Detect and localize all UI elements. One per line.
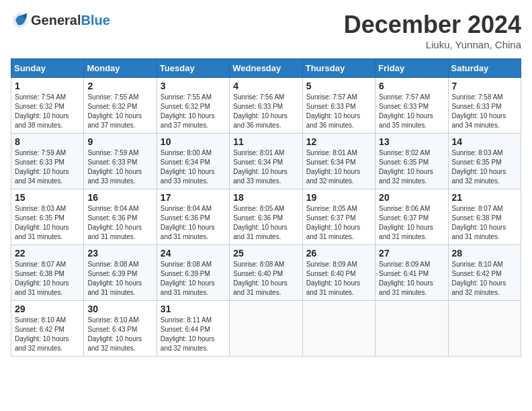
day-info: Sunrise: 8:07 AMSunset: 6:38 PMDaylight:…: [15, 260, 80, 298]
day-info: Sunrise: 8:05 AMSunset: 6:37 PMDaylight:…: [306, 204, 371, 242]
logo-icon: [11, 11, 30, 30]
day-number: 14: [452, 136, 517, 147]
calendar-cell: 11Sunrise: 8:01 AMSunset: 6:34 PMDayligh…: [230, 134, 302, 189]
calendar-cell: 2Sunrise: 7:55 AMSunset: 6:32 PMDaylight…: [84, 78, 157, 134]
day-info: Sunrise: 8:08 AMSunset: 6:39 PMDaylight:…: [87, 260, 152, 298]
day-info: Sunrise: 8:07 AMSunset: 6:38 PMDaylight:…: [452, 204, 517, 242]
day-number: 15: [15, 192, 80, 203]
day-number: 22: [15, 248, 80, 259]
day-number: 23: [87, 248, 152, 259]
calendar-cell: 21Sunrise: 8:07 AMSunset: 6:38 PMDayligh…: [448, 189, 521, 245]
day-number: 26: [306, 248, 371, 259]
day-number: 7: [452, 81, 517, 91]
day-number: 5: [306, 81, 371, 91]
day-info: Sunrise: 8:08 AMSunset: 6:40 PMDaylight:…: [233, 260, 298, 298]
weekday-header-row: SundayMondayTuesdayWednesdayThursdayFrid…: [11, 59, 521, 78]
day-number: 27: [379, 248, 444, 259]
calendar-cell: 30Sunrise: 8:10 AMSunset: 6:43 PMDayligh…: [84, 301, 157, 357]
calendar-cell: [448, 301, 521, 357]
day-number: 20: [379, 192, 444, 203]
day-info: Sunrise: 8:03 AMSunset: 6:35 PMDaylight:…: [15, 204, 80, 242]
calendar-week-row: 29Sunrise: 8:10 AMSunset: 6:42 PMDayligh…: [11, 301, 521, 357]
day-info: Sunrise: 7:54 AMSunset: 6:32 PMDaylight:…: [15, 93, 80, 130]
calendar-cell: 22Sunrise: 8:07 AMSunset: 6:38 PMDayligh…: [11, 245, 84, 301]
calendar-cell: 23Sunrise: 8:08 AMSunset: 6:39 PMDayligh…: [84, 245, 157, 301]
day-info: Sunrise: 7:55 AMSunset: 6:32 PMDaylight:…: [161, 93, 226, 130]
weekday-header: Thursday: [302, 59, 375, 78]
calendar-cell: [375, 301, 448, 357]
calendar-cell: 26Sunrise: 8:09 AMSunset: 6:40 PMDayligh…: [302, 245, 375, 301]
calendar-cell: 24Sunrise: 8:08 AMSunset: 6:39 PMDayligh…: [157, 245, 229, 301]
calendar-cell: 3Sunrise: 7:55 AMSunset: 6:32 PMDaylight…: [157, 78, 229, 134]
day-info: Sunrise: 7:58 AMSunset: 6:33 PMDaylight:…: [452, 93, 517, 130]
calendar-cell: 15Sunrise: 8:03 AMSunset: 6:35 PMDayligh…: [11, 189, 84, 245]
calendar-cell: 7Sunrise: 7:58 AMSunset: 6:33 PMDaylight…: [448, 78, 521, 134]
calendar-cell: [302, 301, 375, 357]
day-info: Sunrise: 8:02 AMSunset: 6:35 PMDaylight:…: [379, 148, 444, 186]
day-number: 30: [87, 304, 152, 314]
day-info: Sunrise: 7:56 AMSunset: 6:33 PMDaylight:…: [233, 93, 298, 130]
day-number: 19: [306, 192, 371, 203]
calendar-cell: 25Sunrise: 8:08 AMSunset: 6:40 PMDayligh…: [230, 245, 302, 301]
day-number: 10: [161, 136, 226, 147]
page-header: GeneralBlue December 2024 Liuku, Yunnan,…: [11, 11, 521, 50]
day-number: 21: [452, 192, 517, 203]
location: Liuku, Yunnan, China: [344, 39, 521, 50]
day-info: Sunrise: 8:01 AMSunset: 6:34 PMDaylight:…: [306, 148, 371, 186]
day-info: Sunrise: 7:59 AMSunset: 6:33 PMDaylight:…: [15, 148, 80, 186]
calendar-cell: 1Sunrise: 7:54 AMSunset: 6:32 PMDaylight…: [11, 78, 84, 134]
title-block: December 2024 Liuku, Yunnan, China: [344, 11, 521, 50]
day-number: 12: [306, 136, 371, 147]
day-number: 4: [233, 81, 298, 91]
day-info: Sunrise: 8:03 AMSunset: 6:35 PMDaylight:…: [452, 148, 517, 186]
day-number: 8: [15, 136, 80, 147]
calendar-cell: 18Sunrise: 8:05 AMSunset: 6:36 PMDayligh…: [230, 189, 302, 245]
day-number: 11: [233, 136, 298, 147]
calendar-cell: [230, 301, 302, 357]
day-info: Sunrise: 7:59 AMSunset: 6:33 PMDaylight:…: [87, 148, 152, 186]
day-number: 3: [161, 81, 226, 91]
calendar-cell: 13Sunrise: 8:02 AMSunset: 6:35 PMDayligh…: [375, 134, 448, 189]
day-number: 29: [15, 304, 80, 314]
calendar-cell: 9Sunrise: 7:59 AMSunset: 6:33 PMDaylight…: [84, 134, 157, 189]
calendar-cell: 16Sunrise: 8:04 AMSunset: 6:36 PMDayligh…: [84, 189, 157, 245]
calendar-cell: 19Sunrise: 8:05 AMSunset: 6:37 PMDayligh…: [302, 189, 375, 245]
logo-text: GeneralBlue: [31, 13, 110, 28]
weekday-header: Monday: [84, 59, 157, 78]
logo: GeneralBlue: [11, 11, 110, 30]
calendar-table: SundayMondayTuesdayWednesdayThursdayFrid…: [11, 58, 521, 357]
day-info: Sunrise: 8:10 AMSunset: 6:43 PMDaylight:…: [87, 316, 152, 353]
weekday-header: Friday: [375, 59, 448, 78]
calendar-cell: 6Sunrise: 7:57 AMSunset: 6:33 PMDaylight…: [375, 78, 448, 134]
weekday-header: Wednesday: [230, 59, 302, 78]
weekday-header: Sunday: [11, 59, 84, 78]
calendar-cell: 10Sunrise: 8:00 AMSunset: 6:34 PMDayligh…: [157, 134, 229, 189]
day-number: 18: [233, 192, 298, 203]
day-info: Sunrise: 8:09 AMSunset: 6:40 PMDaylight:…: [306, 260, 371, 298]
calendar-cell: 8Sunrise: 7:59 AMSunset: 6:33 PMDaylight…: [11, 134, 84, 189]
calendar-cell: 20Sunrise: 8:06 AMSunset: 6:37 PMDayligh…: [375, 189, 448, 245]
day-number: 2: [87, 81, 152, 91]
day-info: Sunrise: 8:11 AMSunset: 6:44 PMDaylight:…: [161, 316, 226, 353]
calendar-cell: 17Sunrise: 8:04 AMSunset: 6:36 PMDayligh…: [157, 189, 229, 245]
calendar-week-row: 15Sunrise: 8:03 AMSunset: 6:35 PMDayligh…: [11, 189, 521, 245]
month-title: December 2024: [344, 11, 521, 39]
day-number: 9: [87, 136, 152, 147]
day-number: 28: [452, 248, 517, 259]
day-number: 24: [161, 248, 226, 259]
calendar-week-row: 8Sunrise: 7:59 AMSunset: 6:33 PMDaylight…: [11, 134, 521, 189]
calendar-cell: 14Sunrise: 8:03 AMSunset: 6:35 PMDayligh…: [448, 134, 521, 189]
calendar-week-row: 22Sunrise: 8:07 AMSunset: 6:38 PMDayligh…: [11, 245, 521, 301]
day-info: Sunrise: 8:01 AMSunset: 6:34 PMDaylight:…: [233, 148, 298, 186]
day-info: Sunrise: 8:10 AMSunset: 6:42 PMDaylight:…: [452, 260, 517, 298]
day-info: Sunrise: 8:06 AMSunset: 6:37 PMDaylight:…: [379, 204, 444, 242]
day-info: Sunrise: 7:55 AMSunset: 6:32 PMDaylight:…: [87, 93, 152, 130]
calendar-cell: 5Sunrise: 7:57 AMSunset: 6:33 PMDaylight…: [302, 78, 375, 134]
calendar-cell: 29Sunrise: 8:10 AMSunset: 6:42 PMDayligh…: [11, 301, 84, 357]
day-info: Sunrise: 8:09 AMSunset: 6:41 PMDaylight:…: [379, 260, 444, 298]
day-number: 25: [233, 248, 298, 259]
day-number: 13: [379, 136, 444, 147]
day-info: Sunrise: 8:05 AMSunset: 6:36 PMDaylight:…: [233, 204, 298, 242]
weekday-header: Saturday: [448, 59, 521, 78]
calendar-cell: 27Sunrise: 8:09 AMSunset: 6:41 PMDayligh…: [375, 245, 448, 301]
